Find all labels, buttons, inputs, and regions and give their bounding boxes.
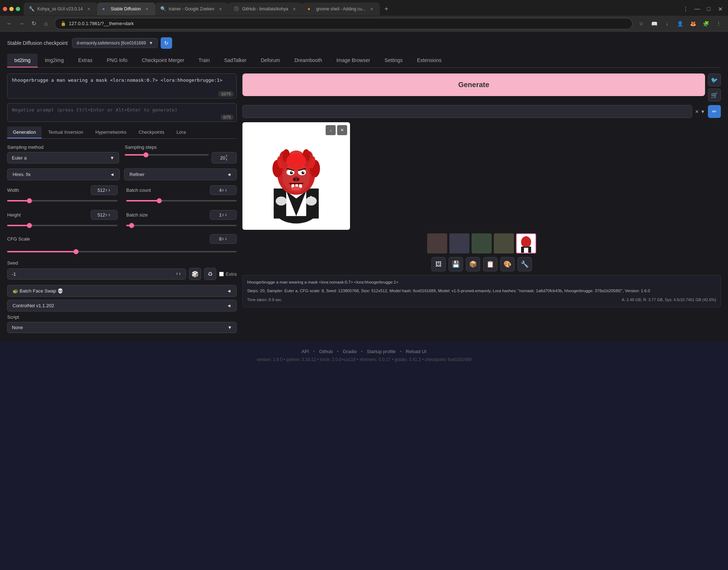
thumbnail-1[interactable] <box>427 233 447 253</box>
image-toolbar-interrogate-button[interactable]: 🔧 <box>517 257 532 271</box>
tab-sd-close[interactable]: ✕ <box>144 6 150 12</box>
tab-stable-diffusion[interactable]: ● Stable Diffusion ✕ <box>97 3 155 15</box>
thumbnail-5[interactable] <box>516 233 536 253</box>
image-toolbar-save-button[interactable]: 💾 <box>449 257 463 271</box>
thumbnail-4[interactable] <box>494 233 514 253</box>
sampling-steps-slider[interactable] <box>125 154 209 161</box>
image-toolbar-clipboard-button[interactable]: 📋 <box>483 257 497 271</box>
cfg-scale-input[interactable]: 8 ⬆⬇ <box>210 234 237 244</box>
style-dropdown-arrow-icon[interactable]: ▼ <box>700 109 705 114</box>
url-bar[interactable]: 🔒 127.0.0.1:7861/?__theme=dark <box>55 18 633 29</box>
tab-github-close[interactable]: ✕ <box>291 6 297 12</box>
nav-tab-sadtalker[interactable]: SadTalker <box>217 54 254 67</box>
minimize-btn[interactable]: — <box>692 4 702 14</box>
nav-tab-settings[interactable]: Settings <box>377 54 410 67</box>
footer-link-gradio[interactable]: Gradio <box>343 349 357 354</box>
sampling-steps-input[interactable]: 20 ⬆⬇ <box>212 152 237 163</box>
nav-tab-deforum[interactable]: Deforum <box>254 54 287 67</box>
sub-tab-checkpoints[interactable]: Checkpoints <box>133 127 170 138</box>
close-browser-btn[interactable]: ✕ <box>715 4 725 14</box>
sub-tab-textual-inversion[interactable]: Textual Inversion <box>42 127 89 138</box>
batch-count-input[interactable]: 4 ⬆⬇ <box>210 185 237 195</box>
footer-link-github[interactable]: Github <box>319 349 333 354</box>
image-toolbar-send-button[interactable]: 🖼 <box>431 257 446 271</box>
controlnet-toggle[interactable]: ControlNet v1.1.202 ◄ <box>7 300 237 312</box>
footer-link-reload-ui[interactable]: Reload UI <box>406 349 426 354</box>
image-toolbar-palette-button[interactable]: 🎨 <box>500 257 515 271</box>
width-input[interactable]: 512 ⬆⬇ <box>91 185 118 195</box>
browser-overflow-button[interactable]: ⋮ <box>714 19 724 29</box>
image-close-button[interactable]: ✕ <box>337 125 347 135</box>
sampling-steps-slider-thumb[interactable] <box>143 152 148 157</box>
window-minimize[interactable] <box>9 7 14 11</box>
tab-trainer-close[interactable]: ✕ <box>217 6 223 12</box>
tab-github[interactable]: ⚫ GitHub - bmaltais/kohya ✕ <box>228 3 302 15</box>
seed-dice-button[interactable]: 🎲 <box>189 268 201 280</box>
positive-prompt-input[interactable] <box>7 73 237 99</box>
seed-input[interactable]: -1 ⬆⬇ <box>7 269 186 280</box>
sampling-method-dropdown[interactable]: Euler a ▼ <box>7 152 119 163</box>
tab-trainer[interactable]: 🔍 trainer - Google Zoeken ✕ <box>155 3 229 15</box>
height-input[interactable]: 512 ⬆⬇ <box>91 210 118 220</box>
nav-tab-png-info[interactable]: PNG Info <box>100 54 135 67</box>
footer-link-startup-profile[interactable]: Startup profile <box>367 349 396 354</box>
browser-menu-btn[interactable]: ⋮ <box>681 4 691 14</box>
width-slider-thumb[interactable] <box>27 198 32 203</box>
nav-tab-dreambooth[interactable]: Dreambooth <box>287 54 329 67</box>
width-slider[interactable] <box>7 197 118 204</box>
batch-face-swap-toggle[interactable]: 🐢 Batch Face Swap 💀 ◄ <box>7 285 237 297</box>
seed-recycle-button[interactable]: ♻ <box>204 268 216 280</box>
tab-gnome-close[interactable]: ✕ <box>368 6 375 12</box>
footer-link-api[interactable]: API <box>302 349 309 354</box>
pencil-button[interactable]: ✏ <box>708 105 721 118</box>
image-toolbar-zip-button[interactable]: 📦 <box>466 257 480 271</box>
style-close-icon[interactable]: ✕ <box>695 109 699 114</box>
save-to-pocket-button[interactable]: 📖 <box>649 19 659 29</box>
negative-prompt-input[interactable] <box>7 103 237 122</box>
checkpoint-refresh-button[interactable]: ↻ <box>161 37 172 49</box>
tab-kohya-close[interactable]: ✕ <box>86 6 92 12</box>
tab-kohya[interactable]: 🔧 Kohya_ss GUI v23.0.14 ✕ <box>24 3 97 15</box>
sub-tab-generation[interactable]: Generation <box>7 127 42 138</box>
send-to-trash-button[interactable]: 🛒 <box>708 89 721 101</box>
thumbnail-2[interactable] <box>449 233 469 253</box>
style-dropdown[interactable] <box>242 105 692 118</box>
restore-btn[interactable]: □ <box>704 4 714 14</box>
window-maximize[interactable] <box>16 7 20 11</box>
twitter-share-button[interactable]: 🐦 <box>708 73 721 86</box>
height-slider-thumb[interactable] <box>27 223 32 228</box>
reload-button[interactable]: ↻ <box>29 19 39 29</box>
account-button[interactable]: 👤 <box>675 19 685 29</box>
script-dropdown[interactable]: None ▼ <box>7 322 237 333</box>
nav-tab-train[interactable]: Train <box>192 54 217 67</box>
sub-tab-hypernetworks[interactable]: Hypernetworks <box>90 127 132 138</box>
nav-tab-extensions[interactable]: Extensions <box>410 54 449 67</box>
new-tab-button[interactable]: + <box>381 4 391 14</box>
refiner-toggle[interactable]: Refiner ◄ <box>124 168 237 180</box>
nav-tab-txt2img[interactable]: txt2img <box>7 54 38 67</box>
generate-button[interactable]: Generate <box>242 73 705 96</box>
download-button[interactable]: ↓ <box>662 19 672 29</box>
batch-count-slider-thumb[interactable] <box>157 198 162 203</box>
nav-tab-img2img[interactable]: img2img <box>38 54 71 67</box>
back-button[interactable]: ← <box>4 19 14 29</box>
home-button[interactable]: ⌂ <box>41 19 51 29</box>
cfg-scale-slider-thumb[interactable] <box>74 249 79 254</box>
batch-size-slider-thumb[interactable] <box>129 223 134 228</box>
extensions-button[interactable]: 🧩 <box>701 19 711 29</box>
nav-tab-extras[interactable]: Extras <box>71 54 100 67</box>
checkpoint-dropdown[interactable]: d-emaonly.safetensors [6ce0161689 ▼ <box>72 38 158 48</box>
thumbnail-3[interactable] <box>472 233 492 253</box>
firefox-account-button[interactable]: 🦊 <box>688 19 698 29</box>
nav-tab-image-browser[interactable]: Image Browser <box>329 54 377 67</box>
batch-size-input[interactable]: 1 ⬆⬇ <box>210 210 237 220</box>
image-save-button[interactable]: ↓ <box>326 125 336 135</box>
extra-checkbox[interactable] <box>219 272 224 276</box>
sub-tab-lora[interactable]: Lora <box>171 127 192 138</box>
nav-tab-checkpoint-merger[interactable]: Checkpoint Merger <box>134 54 191 67</box>
forward-button[interactable]: → <box>16 19 27 29</box>
bookmark-button[interactable]: ☆ <box>636 19 646 29</box>
tab-gnome[interactable]: ● gnome shell - Adding cu... ✕ <box>302 3 380 15</box>
hires-fix-toggle[interactable]: Hires. fix ◄ <box>7 168 120 180</box>
window-close[interactable] <box>3 7 7 11</box>
